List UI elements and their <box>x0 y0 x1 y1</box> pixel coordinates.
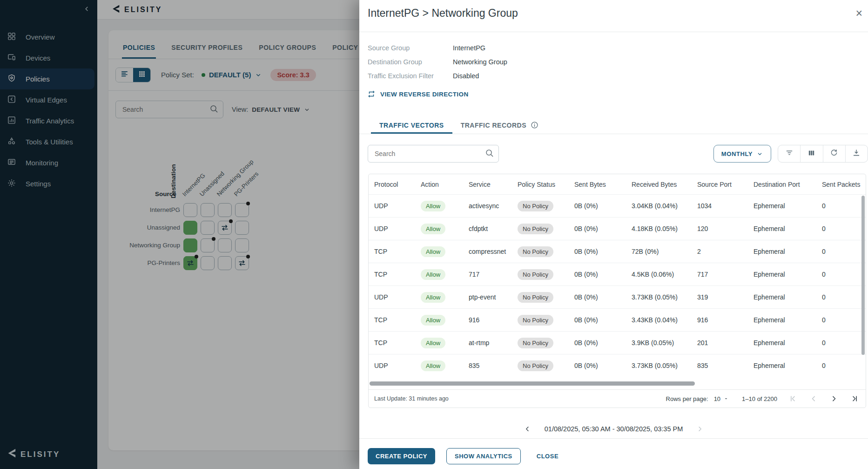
traffic-search-input[interactable] <box>369 150 485 157</box>
drawer-title: InternetPG > Networking Group <box>368 7 518 20</box>
refresh-icon <box>830 149 838 159</box>
cell-destination-port: Ephemeral <box>754 248 822 255</box>
cell-received-bytes: 4.18KB (0.05%) <box>632 225 697 232</box>
table-footer: Last Update: 31 minutes ago Rows per pag… <box>369 389 866 408</box>
detail-value: Disabled <box>453 72 479 81</box>
cell-sent-bytes: 0B (0%) <box>574 316 632 324</box>
policy-status-badge: No Policy <box>518 201 553 211</box>
cell-protocol: UDP <box>374 225 421 232</box>
refresh-button[interactable] <box>823 145 845 162</box>
traffic-table-body: UDPAllowactivesyncNo Policy0B (0%)3.04KB… <box>369 194 866 377</box>
columns-button[interactable] <box>800 145 822 162</box>
info-icon[interactable] <box>531 121 538 129</box>
policy-status-badge: No Policy <box>518 269 553 280</box>
view-reverse-direction-link[interactable]: VIEW REVERSE DIRECTION <box>367 90 469 98</box>
detail-row-destination-group: Destination Group Networking Group <box>368 58 507 67</box>
tab-label: TRAFFIC VECTORS <box>379 122 444 129</box>
col-header-policy-status: Policy Status <box>518 181 574 188</box>
filter-icon <box>785 149 794 159</box>
cell-sent-bytes: 0B (0%) <box>574 293 632 301</box>
traffic-table-row[interactable]: UDPAllowactivesyncNo Policy0B (0%)3.04KB… <box>369 194 866 217</box>
action-badge: Allow <box>421 224 445 234</box>
vertical-scrollbar[interactable] <box>861 196 865 355</box>
modal-backdrop[interactable] <box>0 0 359 469</box>
cell-protocol: TCP <box>374 316 421 324</box>
last-page-icon[interactable] <box>850 394 859 403</box>
next-period-icon[interactable] <box>696 425 704 433</box>
previous-page-icon[interactable] <box>809 394 818 403</box>
cell-action: Allow <box>421 315 469 326</box>
cell-source-port: 1034 <box>697 202 754 210</box>
col-header-destination-port: Destination Port <box>754 181 822 188</box>
drawer-details: Source Group InternetPG Destination Grou… <box>368 44 507 81</box>
traffic-table-row[interactable]: TCPAllowcompressnetNo Policy0B (0%)72B (… <box>369 240 866 263</box>
action-badge: Allow <box>421 315 445 326</box>
download-button[interactable] <box>845 145 868 162</box>
cell-source-port: 717 <box>697 271 754 278</box>
traffic-search-box <box>368 145 499 163</box>
cell-sent-bytes: 0B (0%) <box>574 339 632 347</box>
period-selector-button[interactable]: MONTHLY <box>713 145 771 163</box>
divider <box>359 438 868 439</box>
table-header-row: Protocol Action Service Policy Status Se… <box>369 174 866 194</box>
cell-source-port: 916 <box>697 316 754 324</box>
period-value: MONTHLY <box>721 150 753 157</box>
rows-per-page-value[interactable]: 10 <box>714 395 720 402</box>
cell-sent-packets: 0 <box>822 202 866 210</box>
next-page-icon[interactable] <box>829 394 839 403</box>
cell-service: 835 <box>469 362 518 369</box>
col-header-sent-bytes: Sent Bytes <box>574 181 632 188</box>
cell-policy-status: No Policy <box>518 338 574 348</box>
last-update-text: Last Update: 31 minutes ago <box>374 395 449 402</box>
app-window: Overview Devices Policies Virtual Edges … <box>0 0 868 469</box>
detail-label: Traffic Exclusion Filter <box>368 72 453 81</box>
reverse-link-label: VIEW REVERSE DIRECTION <box>380 91 469 98</box>
policy-status-badge: No Policy <box>518 315 553 326</box>
action-badge: Allow <box>421 338 445 348</box>
traffic-table-row[interactable]: TCPAllow916No Policy0B (0%)3.43KB (0.04%… <box>369 308 866 331</box>
traffic-table-row[interactable]: UDPAllowcfdptktNo Policy0B (0%)4.18KB (0… <box>369 217 866 240</box>
traffic-vectors-table: Protocol Action Service Policy Status Se… <box>368 174 866 408</box>
cell-protocol: UDP <box>374 293 421 301</box>
first-page-icon[interactable] <box>788 394 798 403</box>
cell-received-bytes: 3.04KB (0.04%) <box>632 202 697 210</box>
cell-destination-port: Ephemeral <box>754 271 822 278</box>
col-header-sent-packets: Sent Packets <box>822 181 866 188</box>
pagination-range-text: 1–10 of 2200 <box>742 395 777 402</box>
traffic-table-row[interactable]: TCPAllow717No Policy0B (0%)4.5KB (0.06%)… <box>369 263 866 285</box>
cell-protocol: UDP <box>374 202 421 210</box>
columns-icon <box>807 149 815 159</box>
col-header-service: Service <box>469 181 518 188</box>
close-button[interactable]: CLOSE <box>532 448 563 464</box>
policy-status-badge: No Policy <box>518 292 553 303</box>
policy-drawer: InternetPG > Networking Group × Source G… <box>359 0 868 469</box>
traffic-table-row[interactable]: TCPAllowat-rtmpNo Policy0B (0%)3.9KB (0.… <box>369 331 866 354</box>
cell-action: Allow <box>421 292 469 303</box>
tab-traffic-records[interactable]: TRAFFIC RECORDS <box>452 116 547 134</box>
close-icon[interactable]: × <box>855 7 862 19</box>
cell-sent-bytes: 0B (0%) <box>574 362 632 369</box>
cell-service: at-rtmp <box>469 339 518 347</box>
cell-received-bytes: 4.5KB (0.06%) <box>632 271 697 278</box>
show-analytics-button[interactable]: SHOW ANALYTICS <box>446 448 521 464</box>
drawer-tab-bar: TRAFFIC VECTORS TRAFFIC RECORDS <box>359 116 868 134</box>
rows-per-page-label: Rows per page: <box>666 395 708 402</box>
date-range-selector: 01/08/2025, 05:30 AM - 30/08/2025, 03:35… <box>359 420 868 438</box>
rows-per-page: Rows per page: 10 <box>666 395 729 402</box>
filter-button[interactable] <box>778 145 800 162</box>
tab-traffic-vectors[interactable]: TRAFFIC VECTORS <box>371 116 452 134</box>
previous-period-icon[interactable] <box>523 425 532 433</box>
create-policy-button[interactable]: CREATE POLICY <box>368 448 435 464</box>
traffic-table-row[interactable]: UDPAllow835No Policy0B (0%)3.73KB (0.05%… <box>369 354 866 377</box>
cell-action: Allow <box>421 246 469 257</box>
cell-policy-status: No Policy <box>518 201 574 211</box>
drawer-actions: CREATE POLICY SHOW ANALYTICS CLOSE <box>368 448 563 464</box>
cell-received-bytes: 3.73KB (0.05%) <box>632 293 697 301</box>
horizontal-scrollbar[interactable] <box>370 381 695 386</box>
cell-policy-status: No Policy <box>518 246 574 257</box>
action-badge: Allow <box>421 269 445 280</box>
traffic-table-row[interactable]: UDPAllowptp-eventNo Policy0B (0%)3.73KB … <box>369 285 866 308</box>
action-badge: Allow <box>421 246 445 257</box>
rows-per-page-chevron-down-icon[interactable] <box>723 396 729 401</box>
policy-status-badge: No Policy <box>518 338 553 348</box>
